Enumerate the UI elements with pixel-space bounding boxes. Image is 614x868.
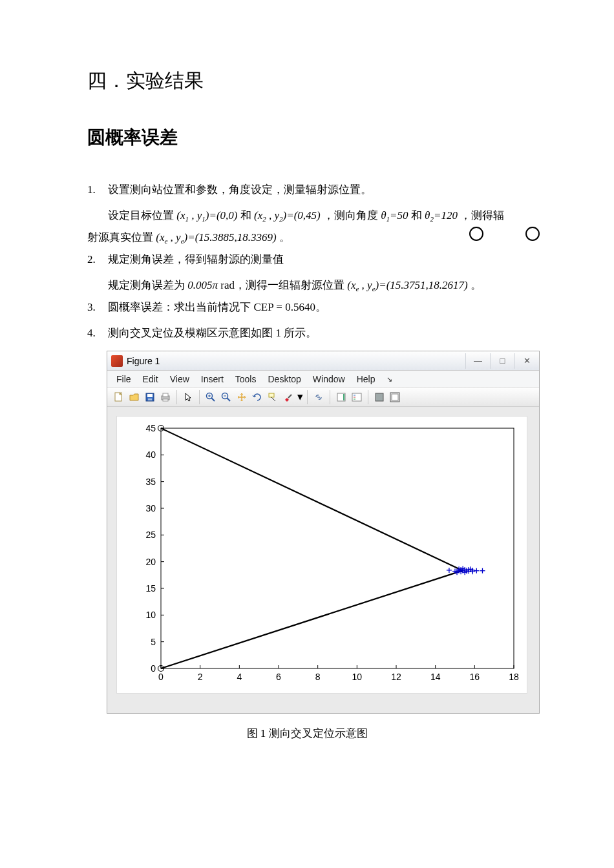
pan-icon[interactable] xyxy=(235,390,249,404)
chart: 024681012141618051015202530354045 xyxy=(116,416,527,694)
hide-tools-icon[interactable] xyxy=(372,390,386,404)
minimize-button[interactable]: — xyxy=(465,353,490,369)
list-item-3: 3. 圆概率误差：求出当前情况下 CEP = 0.5640。 xyxy=(87,296,527,318)
text: 射源真实位置 xyxy=(87,231,153,243)
list-item-1: 1. 设置测向站位置和参数，角度设定，测量辐射源位置。 xyxy=(87,179,527,201)
svg-text:8: 8 xyxy=(315,672,321,682)
toolbar: ▾ xyxy=(107,388,539,407)
figure-window: Figure 1 — □ ✕ File Edit View Insert Too… xyxy=(107,351,540,714)
svg-text:35: 35 xyxy=(145,477,156,487)
titlebar[interactable]: Figure 1 — □ ✕ xyxy=(107,351,539,371)
svg-text:5: 5 xyxy=(151,637,156,647)
svg-line-16 xyxy=(288,395,291,398)
svg-text:45: 45 xyxy=(145,423,156,433)
menu-file[interactable]: File xyxy=(116,370,131,388)
svg-rect-26 xyxy=(392,394,398,400)
close-button[interactable]: ✕ xyxy=(514,353,539,369)
save-icon[interactable] xyxy=(143,390,157,404)
formula: (xe , ye)=(15.3751,18.2617) xyxy=(347,279,468,291)
matlab-icon xyxy=(111,355,123,367)
svg-text:25: 25 xyxy=(145,530,156,540)
rotate-icon[interactable] xyxy=(250,390,264,404)
text: ，测向角度 xyxy=(323,209,378,222)
menu-edit[interactable]: Edit xyxy=(143,370,158,388)
svg-text:18: 18 xyxy=(509,672,519,682)
svg-rect-6 xyxy=(163,399,168,401)
text: 测向交叉定位及模糊区示意图如图 1 所示。 xyxy=(108,327,317,339)
show-tools-icon[interactable] xyxy=(388,390,402,404)
svg-text:10: 10 xyxy=(352,672,363,682)
svg-text:0: 0 xyxy=(151,663,156,674)
annotation-circles xyxy=(427,227,540,249)
text: 设置测向站位置和参数，角度设定，测量辐射源位置。 xyxy=(108,183,372,196)
svg-text:4: 4 xyxy=(237,672,242,682)
text: 规定测角误差，得到辐射源的测量值 xyxy=(108,253,284,265)
menubar: File Edit View Insert Tools Desktop Wind… xyxy=(107,371,539,388)
formula: 0.005π xyxy=(187,279,218,291)
formula: θ2=120 xyxy=(425,209,458,222)
list-item-4: 4. 测向交叉定位及模糊区示意图如图 1 所示。 xyxy=(87,322,527,344)
svg-text:30: 30 xyxy=(145,503,156,513)
menu-help[interactable]: Help xyxy=(357,370,376,388)
section-title: 四．实验结果 xyxy=(87,68,527,94)
pointer-icon[interactable] xyxy=(181,390,195,404)
menu-window[interactable]: Window xyxy=(313,370,345,388)
link-icon[interactable] xyxy=(312,390,326,404)
formula: (xe , ye)=(15.3885,18.3369) xyxy=(156,231,277,243)
svg-line-15 xyxy=(271,397,275,401)
menu-tools[interactable]: Tools xyxy=(235,370,257,388)
svg-rect-5 xyxy=(163,393,168,397)
zoom-out-icon[interactable] xyxy=(219,390,233,404)
print-icon[interactable] xyxy=(158,390,173,404)
list-num: 2. xyxy=(87,249,105,271)
subsection-title: 圆概率误差 xyxy=(87,125,527,150)
list-num: 4. xyxy=(87,322,105,344)
svg-line-12 xyxy=(227,398,230,401)
svg-rect-14 xyxy=(269,393,274,397)
text: rad，测得一组辐射源位置 xyxy=(220,279,344,291)
svg-text:40: 40 xyxy=(145,450,156,460)
svg-text:6: 6 xyxy=(276,672,281,682)
text: 。 xyxy=(279,231,290,243)
window-buttons: — □ ✕ xyxy=(465,353,539,369)
svg-text:15: 15 xyxy=(145,583,156,594)
svg-line-8 xyxy=(211,398,215,401)
list-item-1-detail2: 射源真实位置 (xe , ye)=(15.3885,18.3369) 。 xyxy=(87,227,527,249)
text: ，测得辐 xyxy=(460,209,504,222)
svg-text:12: 12 xyxy=(391,672,401,682)
text: 规定测角误差为 xyxy=(108,279,185,291)
svg-rect-2 xyxy=(147,394,153,397)
menu-insert[interactable]: Insert xyxy=(201,370,224,388)
new-icon[interactable] xyxy=(112,390,126,404)
figure-caption: 图 1 测向交叉定位示意图 xyxy=(87,723,527,745)
maximize-button[interactable]: □ xyxy=(490,353,514,369)
list-item-2: 2. 规定测角误差，得到辐射源的测量值 xyxy=(87,249,527,271)
text: 和 xyxy=(240,209,251,222)
brush-icon[interactable] xyxy=(281,390,295,404)
svg-text:14: 14 xyxy=(430,672,441,682)
menu-view[interactable]: View xyxy=(170,370,189,388)
zoom-in-icon[interactable] xyxy=(204,390,218,404)
svg-rect-24 xyxy=(376,393,383,401)
plot-area: 024681012141618051015202530354045 xyxy=(107,407,539,713)
svg-text:20: 20 xyxy=(145,557,156,567)
text: 。 xyxy=(471,279,482,291)
legend-icon[interactable] xyxy=(350,390,364,404)
menu-expand-icon[interactable]: ↘ xyxy=(386,372,392,386)
menu-desktop[interactable]: Desktop xyxy=(268,370,301,388)
svg-text:2: 2 xyxy=(198,672,203,682)
content: 1. 设置测向站位置和参数，角度设定，测量辐射源位置。 设定目标位置 (x1 ,… xyxy=(87,179,527,745)
text: 设定目标位置 xyxy=(108,209,174,222)
formula: (x2 , y2)=(0,45) xyxy=(254,209,321,222)
dropdown-icon[interactable]: ▾ xyxy=(297,390,303,404)
window-title: Figure 1 xyxy=(127,352,160,370)
colorbar-icon[interactable] xyxy=(334,390,348,404)
data-cursor-icon[interactable] xyxy=(266,390,280,404)
svg-rect-27 xyxy=(117,417,525,694)
svg-rect-19 xyxy=(343,394,344,400)
open-icon[interactable] xyxy=(127,390,142,404)
formula: θ1=50 xyxy=(381,209,408,222)
list-num: 1. xyxy=(87,179,105,201)
text: 和 xyxy=(411,209,422,222)
list-item-2-detail: 规定测角误差为 0.005π rad，测得一组辐射源位置 (xe , ye)=(… xyxy=(87,274,527,296)
